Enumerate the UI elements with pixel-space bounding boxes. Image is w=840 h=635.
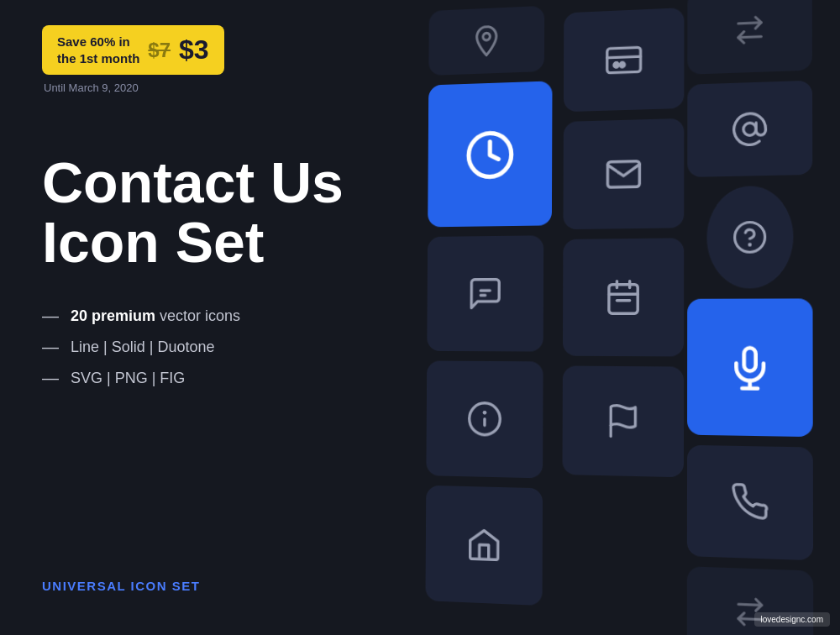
phone-card bbox=[687, 445, 813, 560]
chat-card bbox=[427, 235, 543, 351]
at-card bbox=[687, 81, 812, 177]
dash-icon: — bbox=[42, 307, 59, 326]
features-list: — 20 premium vector icons — Line | Solid… bbox=[42, 307, 386, 400]
clock-card bbox=[428, 81, 552, 227]
clock-icon bbox=[464, 128, 515, 181]
icon-column-1 bbox=[425, 5, 553, 633]
home-icon bbox=[465, 525, 502, 564]
flag-card bbox=[563, 366, 685, 478]
mic-icon bbox=[726, 344, 773, 391]
title-line1: Contact Us bbox=[42, 153, 386, 213]
svg-point-20 bbox=[734, 222, 764, 252]
feature-text: 20 premium vector icons bbox=[71, 307, 240, 325]
main-title: Contact Us Icon Set bbox=[42, 153, 386, 273]
svg-line-17 bbox=[738, 23, 760, 24]
email-card bbox=[563, 118, 684, 229]
icon-grid bbox=[409, 0, 840, 635]
title-line2: Icon Set bbox=[42, 213, 386, 272]
help-icon bbox=[732, 219, 768, 255]
right-panel bbox=[403, 0, 840, 635]
dash-icon: — bbox=[42, 338, 59, 357]
list-item: — Line | Solid | Duotone bbox=[42, 338, 386, 357]
svg-line-18 bbox=[738, 37, 760, 38]
calendar-icon bbox=[604, 278, 643, 317]
location-icon bbox=[470, 23, 503, 58]
feature-text: Line | Solid | Duotone bbox=[71, 338, 214, 356]
svg-rect-22 bbox=[743, 348, 755, 371]
price-old: $7 bbox=[148, 39, 171, 62]
home-card bbox=[425, 485, 543, 606]
svg-point-19 bbox=[743, 123, 756, 135]
info-icon bbox=[465, 400, 502, 438]
flag-icon bbox=[604, 402, 641, 440]
at-icon bbox=[731, 110, 769, 149]
svg-rect-7 bbox=[606, 47, 640, 73]
location-card bbox=[428, 6, 544, 76]
svg-point-0 bbox=[483, 33, 490, 40]
feature-text: SVG | PNG | FIG bbox=[71, 370, 185, 387]
icon-column-2 bbox=[562, 0, 685, 635]
left-panel: Save 60% in the 1st month $7 $3 Until Ma… bbox=[0, 0, 428, 635]
promo-text: Save 60% in the 1st month bbox=[57, 34, 139, 66]
list-item: — SVG | PNG | FIG bbox=[42, 369, 386, 388]
phone-icon bbox=[731, 483, 769, 522]
svg-rect-11 bbox=[608, 285, 637, 314]
brand-label[interactable]: UNIVERSAL ICON SET bbox=[42, 579, 386, 610]
email-icon bbox=[604, 155, 643, 194]
dash-icon: — bbox=[42, 369, 59, 388]
price-new: $3 bbox=[179, 34, 209, 66]
creditcard-icon bbox=[605, 41, 642, 79]
help-card bbox=[706, 186, 793, 289]
icon-column-3 bbox=[687, 0, 813, 635]
until-date: Until March 9, 2020 bbox=[42, 81, 386, 94]
promo-line1: Save 60% in bbox=[57, 34, 139, 50]
promo-badge: Save 60% in the 1st month $7 $3 bbox=[42, 25, 224, 75]
info-card bbox=[426, 361, 543, 479]
calendar-card bbox=[563, 238, 684, 356]
svg-point-9 bbox=[613, 63, 617, 68]
svg-point-10 bbox=[620, 62, 624, 67]
promo-line2: the 1st month bbox=[57, 50, 139, 67]
mic-card bbox=[687, 298, 813, 437]
chat-icon bbox=[466, 275, 503, 312]
route-icon bbox=[732, 13, 767, 48]
svg-line-25 bbox=[738, 604, 762, 605]
watermark: lovedesignc.com bbox=[754, 612, 830, 627]
svg-line-8 bbox=[606, 56, 640, 58]
creditcard-card bbox=[564, 8, 684, 112]
list-item: — 20 premium vector icons bbox=[42, 307, 386, 326]
route-card bbox=[687, 0, 812, 75]
